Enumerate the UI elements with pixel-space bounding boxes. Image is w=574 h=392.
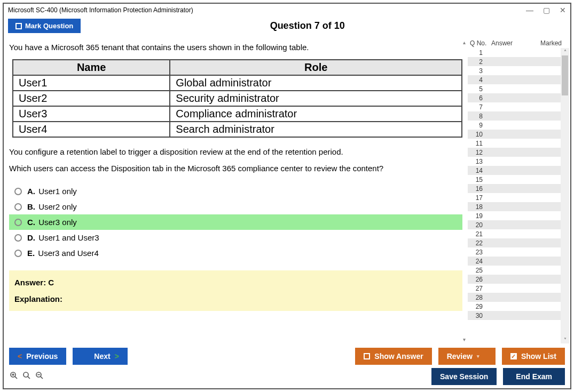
scroll-thumb[interactable]	[562, 55, 568, 95]
qlist-header-marked: Marked	[529, 39, 567, 47]
next-button[interactable]: Next >	[73, 348, 128, 365]
qlist-row[interactable]: 16	[468, 184, 569, 193]
zoom-controls	[9, 371, 44, 383]
qlist-number: 10	[470, 131, 486, 138]
scroll-down-icon[interactable]: ▾	[463, 337, 466, 342]
save-session-button[interactable]: Save Session	[431, 368, 497, 385]
qlist-row[interactable]: 26	[468, 275, 569, 284]
check-icon: ✓	[510, 353, 517, 359]
table-row: User1Global administrator	[13, 75, 462, 91]
qlist-number: 20	[470, 221, 486, 229]
qlist-row[interactable]: 22	[468, 238, 569, 247]
qlist-row[interactable]: 29	[468, 302, 569, 311]
qlist-number: 9	[470, 122, 486, 129]
qlist-row[interactable]: 21	[468, 229, 569, 238]
qlist-row[interactable]: 8	[468, 111, 569, 121]
end-exam-button[interactable]: End Exam	[503, 368, 565, 385]
qlist-number: 11	[470, 140, 486, 147]
qlist-row[interactable]: 13	[468, 157, 569, 166]
question-list-pane: Q No. Answer Marked 12345678910111213141…	[468, 38, 569, 343]
window-controls: — ▢ ✕	[526, 6, 566, 14]
zoom-in-icon[interactable]	[22, 371, 32, 383]
qlist-row[interactable]: 30	[468, 311, 569, 320]
qlist-row[interactable]: 28	[468, 293, 569, 302]
scroll-down-icon[interactable]: ˅	[564, 336, 567, 343]
qlist-row[interactable]: 9	[468, 121, 569, 130]
qlist-number: 14	[470, 167, 486, 174]
question-pane: ▴ ▾ You have a Microsoft 365 tenant that…	[4, 38, 468, 343]
qlist-row[interactable]: 19	[468, 211, 569, 220]
qlist-number: 8	[470, 113, 486, 120]
qlist-row[interactable]: 18	[468, 202, 569, 211]
qlist-row[interactable]: 27	[468, 284, 569, 293]
question-scrollbar[interactable]: ▴ ▾	[460, 38, 468, 343]
answer-box: Answer: C Explanation:	[9, 270, 462, 311]
qlist-number: 13	[470, 158, 486, 165]
qlist-number: 25	[470, 267, 486, 274]
qlist-number: 18	[470, 203, 486, 211]
toolbar: < Previous Next > Show Answer Review ▾ ✓…	[4, 343, 570, 368]
qlist-number: 15	[470, 176, 486, 183]
table-header-role: Role	[170, 60, 462, 75]
checkbox-icon	[15, 23, 22, 29]
zoom-out-icon[interactable]	[35, 371, 44, 383]
qlist-header: Q No. Answer Marked	[468, 38, 569, 48]
zoom-reset-icon[interactable]	[9, 371, 19, 383]
qlist-number: 24	[470, 258, 486, 265]
qlist-number: 5	[470, 85, 486, 93]
table-row: User4Search administrator	[13, 122, 462, 137]
window-title: Microsoft SC-400 (Microsoft Information …	[8, 6, 526, 14]
radio-icon	[14, 234, 22, 242]
previous-button[interactable]: < Previous	[9, 348, 66, 365]
qlist-number: 27	[470, 285, 486, 292]
qlist-scrollbar[interactable]: ˄ ˅	[561, 48, 569, 343]
explanation-label: Explanation:	[14, 294, 457, 303]
qlist-row[interactable]: 25	[468, 266, 569, 275]
show-list-button[interactable]: ✓ Show List	[502, 348, 565, 365]
question-counter-title: Question 7 of 10	[49, 20, 566, 31]
qlist-row[interactable]: 4	[468, 75, 569, 84]
close-icon[interactable]: ✕	[560, 6, 566, 14]
radio-icon	[14, 188, 22, 195]
qlist-number: 26	[470, 276, 486, 283]
option-c[interactable]: C. User3 only	[9, 214, 462, 230]
qlist-row[interactable]: 11	[468, 139, 569, 148]
qlist-row[interactable]: 17	[468, 193, 569, 202]
option-a[interactable]: A. User1 only	[9, 183, 462, 199]
qlist-row[interactable]: 3	[468, 66, 569, 75]
qlist-row[interactable]: 1	[468, 48, 569, 57]
scroll-up-icon[interactable]: ˄	[564, 48, 567, 55]
header-bar: Mark Question Question 7 of 10	[4, 17, 570, 38]
minimize-icon[interactable]: —	[526, 6, 533, 14]
qlist-row[interactable]: 5	[468, 84, 569, 93]
maximize-icon[interactable]: ▢	[543, 6, 550, 14]
qlist-number: 28	[470, 294, 486, 301]
qlist-row[interactable]: 12	[468, 148, 569, 157]
option-d[interactable]: D. User1 and User3	[9, 230, 462, 245]
qlist-number: 17	[470, 194, 486, 202]
option-b[interactable]: B. User2 only	[9, 199, 462, 214]
qlist-header-qno: Q No.	[470, 39, 491, 47]
qlist-number: 2	[470, 58, 486, 66]
chevron-down-icon: ▾	[477, 354, 479, 359]
qlist-row[interactable]: 15	[468, 175, 569, 184]
radio-icon	[14, 203, 22, 211]
qlist-row[interactable]: 10	[468, 130, 569, 139]
qlist-row[interactable]: 14	[468, 166, 569, 175]
qlist-row[interactable]: 24	[468, 257, 569, 266]
qlist-row[interactable]: 7	[468, 102, 569, 111]
show-answer-button[interactable]: Show Answer	[355, 348, 431, 365]
qlist-number: 22	[470, 239, 486, 247]
svg-line-5	[28, 376, 30, 378]
option-e[interactable]: E. User3 and User4	[9, 245, 462, 261]
qlist-row[interactable]: 2	[468, 57, 569, 66]
review-button[interactable]: Review ▾	[438, 348, 496, 365]
table-header-name: Name	[13, 60, 170, 75]
qlist-number: 3	[470, 67, 486, 75]
qlist-row[interactable]: 6	[468, 93, 569, 102]
qlist-row[interactable]: 23	[468, 247, 569, 257]
qlist-row[interactable]: 20	[468, 220, 569, 229]
users-table: Name Role User1Global administrator User…	[12, 59, 462, 138]
scroll-up-icon[interactable]: ▴	[463, 39, 466, 45]
body-area: ▴ ▾ You have a Microsoft 365 tenant that…	[4, 38, 570, 343]
